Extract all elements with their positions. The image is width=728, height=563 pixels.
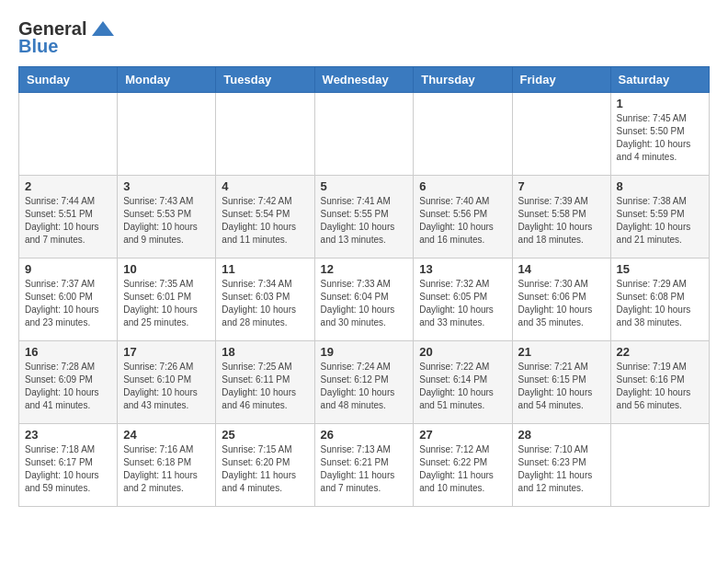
calendar-cell: 26Sunrise: 7:13 AM Sunset: 6:21 PM Dayli…	[314, 424, 414, 507]
calendar-cell: 20Sunrise: 7:22 AM Sunset: 6:14 PM Dayli…	[414, 341, 512, 424]
day-info: Sunrise: 7:45 AM Sunset: 5:50 PM Dayligh…	[617, 112, 703, 164]
calendar-cell: 28Sunrise: 7:10 AM Sunset: 6:23 PM Dayli…	[512, 424, 610, 507]
day-info: Sunrise: 7:24 AM Sunset: 6:12 PM Dayligh…	[321, 361, 408, 412]
weekday-header-thursday: Thursday	[414, 67, 512, 93]
day-number: 5	[321, 179, 408, 193]
page-header: General Blue	[18, 18, 710, 57]
day-info: Sunrise: 7:33 AM Sunset: 6:04 PM Dayligh…	[321, 278, 408, 329]
calendar-cell: 12Sunrise: 7:33 AM Sunset: 6:04 PM Dayli…	[314, 259, 414, 341]
weekday-header-tuesday: Tuesday	[216, 67, 314, 93]
calendar-cell: 13Sunrise: 7:32 AM Sunset: 6:05 PM Dayli…	[414, 259, 512, 341]
day-info: Sunrise: 7:42 AM Sunset: 5:54 PM Dayligh…	[222, 195, 308, 247]
calendar-table: SundayMondayTuesdayWednesdayThursdayFrid…	[18, 66, 710, 507]
day-number: 17	[123, 345, 210, 359]
calendar-cell: 9Sunrise: 7:37 AM Sunset: 6:00 PM Daylig…	[19, 259, 118, 341]
day-number: 2	[25, 179, 111, 193]
calendar-cell: 3Sunrise: 7:43 AM Sunset: 5:53 PM Daylig…	[118, 176, 216, 259]
day-info: Sunrise: 7:18 AM Sunset: 6:17 PM Dayligh…	[25, 443, 111, 495]
weekday-header-wednesday: Wednesday	[314, 67, 414, 93]
day-number: 3	[123, 179, 210, 193]
calendar-cell	[19, 93, 118, 176]
day-number: 14	[518, 262, 605, 276]
calendar-cell	[314, 93, 414, 176]
day-info: Sunrise: 7:32 AM Sunset: 6:05 PM Dayligh…	[419, 278, 506, 329]
day-info: Sunrise: 7:25 AM Sunset: 6:11 PM Dayligh…	[222, 361, 308, 412]
day-info: Sunrise: 7:37 AM Sunset: 6:00 PM Dayligh…	[25, 278, 111, 329]
day-number: 13	[419, 262, 506, 276]
day-number: 19	[321, 345, 408, 359]
day-info: Sunrise: 7:43 AM Sunset: 5:53 PM Dayligh…	[123, 195, 210, 247]
day-number: 28	[518, 428, 605, 442]
day-number: 22	[617, 345, 703, 359]
day-info: Sunrise: 7:41 AM Sunset: 5:55 PM Dayligh…	[321, 195, 408, 247]
day-number: 11	[222, 262, 308, 276]
weekday-header-row: SundayMondayTuesdayWednesdayThursdayFrid…	[19, 67, 710, 93]
weekday-header-friday: Friday	[512, 67, 610, 93]
calendar-cell: 25Sunrise: 7:15 AM Sunset: 6:20 PM Dayli…	[216, 424, 314, 507]
calendar-cell: 1Sunrise: 7:45 AM Sunset: 5:50 PM Daylig…	[610, 93, 709, 176]
day-info: Sunrise: 7:10 AM Sunset: 6:23 PM Dayligh…	[518, 443, 605, 495]
logo-blue-text: Blue	[18, 36, 58, 57]
calendar-cell: 8Sunrise: 7:38 AM Sunset: 5:59 PM Daylig…	[610, 176, 709, 259]
day-number: 15	[617, 262, 703, 276]
calendar-cell: 18Sunrise: 7:25 AM Sunset: 6:11 PM Dayli…	[216, 341, 314, 424]
calendar-cell: 2Sunrise: 7:44 AM Sunset: 5:51 PM Daylig…	[19, 176, 118, 259]
weekday-header-sunday: Sunday	[19, 67, 118, 93]
day-info: Sunrise: 7:28 AM Sunset: 6:09 PM Dayligh…	[25, 361, 111, 412]
day-info: Sunrise: 7:35 AM Sunset: 6:01 PM Dayligh…	[123, 278, 210, 329]
calendar-week-2: 2Sunrise: 7:44 AM Sunset: 5:51 PM Daylig…	[19, 176, 710, 259]
calendar-cell	[414, 93, 512, 176]
day-number: 27	[419, 428, 506, 442]
day-info: Sunrise: 7:44 AM Sunset: 5:51 PM Dayligh…	[25, 195, 111, 247]
day-number: 4	[222, 179, 308, 193]
calendar-cell: 19Sunrise: 7:24 AM Sunset: 6:12 PM Dayli…	[314, 341, 414, 424]
day-info: Sunrise: 7:30 AM Sunset: 6:06 PM Dayligh…	[518, 278, 605, 329]
day-info: Sunrise: 7:19 AM Sunset: 6:16 PM Dayligh…	[617, 361, 703, 412]
day-info: Sunrise: 7:22 AM Sunset: 6:14 PM Dayligh…	[419, 361, 506, 412]
calendar-cell: 10Sunrise: 7:35 AM Sunset: 6:01 PM Dayli…	[118, 259, 216, 341]
day-info: Sunrise: 7:39 AM Sunset: 5:58 PM Dayligh…	[518, 195, 605, 247]
calendar-cell: 5Sunrise: 7:41 AM Sunset: 5:55 PM Daylig…	[314, 176, 414, 259]
weekday-header-saturday: Saturday	[610, 67, 709, 93]
day-number: 23	[25, 428, 111, 442]
day-info: Sunrise: 7:38 AM Sunset: 5:59 PM Dayligh…	[617, 195, 703, 247]
day-number: 21	[518, 345, 605, 359]
calendar-cell: 6Sunrise: 7:40 AM Sunset: 5:56 PM Daylig…	[414, 176, 512, 259]
day-number: 20	[419, 345, 506, 359]
logo: General Blue	[18, 18, 116, 57]
day-number: 1	[617, 97, 703, 110]
calendar-cell: 17Sunrise: 7:26 AM Sunset: 6:10 PM Dayli…	[118, 341, 216, 424]
calendar-cell: 24Sunrise: 7:16 AM Sunset: 6:18 PM Dayli…	[118, 424, 216, 507]
calendar-cell: 15Sunrise: 7:29 AM Sunset: 6:08 PM Dayli…	[610, 259, 709, 341]
day-number: 26	[321, 428, 408, 442]
day-number: 24	[123, 428, 210, 442]
day-info: Sunrise: 7:16 AM Sunset: 6:18 PM Dayligh…	[123, 443, 210, 495]
day-number: 8	[617, 179, 703, 193]
calendar-cell: 22Sunrise: 7:19 AM Sunset: 6:16 PM Dayli…	[610, 341, 709, 424]
day-info: Sunrise: 7:21 AM Sunset: 6:15 PM Dayligh…	[518, 361, 605, 412]
calendar-cell: 23Sunrise: 7:18 AM Sunset: 6:17 PM Dayli…	[19, 424, 118, 507]
weekday-header-monday: Monday	[118, 67, 216, 93]
calendar-cell: 16Sunrise: 7:28 AM Sunset: 6:09 PM Dayli…	[19, 341, 118, 424]
calendar-week-3: 9Sunrise: 7:37 AM Sunset: 6:00 PM Daylig…	[19, 259, 710, 341]
calendar-cell: 7Sunrise: 7:39 AM Sunset: 5:58 PM Daylig…	[512, 176, 610, 259]
day-number: 18	[222, 345, 308, 359]
calendar-week-4: 16Sunrise: 7:28 AM Sunset: 6:09 PM Dayli…	[19, 341, 710, 424]
day-info: Sunrise: 7:26 AM Sunset: 6:10 PM Dayligh…	[123, 361, 210, 412]
day-number: 25	[222, 428, 308, 442]
day-number: 6	[419, 179, 506, 193]
day-info: Sunrise: 7:29 AM Sunset: 6:08 PM Dayligh…	[617, 278, 703, 329]
day-number: 10	[123, 262, 210, 276]
calendar-cell	[118, 93, 216, 176]
day-info: Sunrise: 7:34 AM Sunset: 6:03 PM Dayligh…	[222, 278, 308, 329]
logo-icon	[90, 19, 116, 40]
day-number: 12	[321, 262, 408, 276]
day-number: 9	[25, 262, 111, 276]
calendar-cell: 21Sunrise: 7:21 AM Sunset: 6:15 PM Dayli…	[512, 341, 610, 424]
calendar-cell: 11Sunrise: 7:34 AM Sunset: 6:03 PM Dayli…	[216, 259, 314, 341]
day-info: Sunrise: 7:12 AM Sunset: 6:22 PM Dayligh…	[419, 443, 506, 495]
calendar-cell	[216, 93, 314, 176]
day-info: Sunrise: 7:15 AM Sunset: 6:20 PM Dayligh…	[222, 443, 308, 495]
calendar-cell	[512, 93, 610, 176]
day-info: Sunrise: 7:13 AM Sunset: 6:21 PM Dayligh…	[321, 443, 408, 495]
